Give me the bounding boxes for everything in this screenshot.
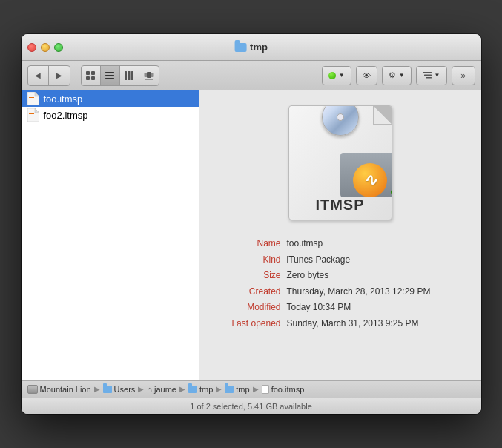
info-row-created: Created Thursday, March 28, 2013 12:29 P… [214, 284, 466, 300]
path-chevron-2: ▶ [138, 385, 144, 393]
back-button[interactable]: ◀ [28, 66, 49, 85]
info-row-last-opened: Last opened Sunday, March 31, 2013 9:25 … [214, 316, 466, 332]
path-label-tmp1: tmp [199, 385, 213, 394]
svg-rect-10 [147, 72, 151, 78]
view-coverflow-button[interactable] [139, 66, 159, 85]
info-row-modified: Modified Today 10:34 PM [214, 300, 466, 316]
svg-rect-1 [91, 71, 95, 75]
gear-arrow-icon: ▼ [399, 72, 405, 79]
svg-rect-15 [424, 74, 432, 76]
svg-marker-21 [35, 108, 39, 113]
path-item-tmp2[interactable]: tmp [225, 385, 249, 394]
hdd-icon [27, 385, 38, 394]
forward-button[interactable]: ▶ [49, 66, 70, 85]
double-chevron-icon: » [460, 70, 466, 81]
finder-window: tmp ◀ ▶ [22, 34, 481, 414]
file-doc-icon-2 [27, 108, 39, 122]
path-item-tmp1[interactable]: tmp [188, 385, 213, 394]
path-folder-icon-2 [188, 386, 197, 393]
info-row-size: Size Zero bytes [214, 268, 466, 284]
svg-rect-0 [86, 71, 90, 75]
svg-marker-18 [35, 92, 39, 96]
share-dot-icon [328, 72, 336, 79]
path-item-home[interactable]: ⌂ jaume [147, 385, 176, 394]
gear-button[interactable]: ⚙ ▼ [382, 66, 412, 85]
itunes-orange-icon: ∿ [353, 163, 387, 197]
file-name-2: foo2.itmsp [44, 110, 88, 121]
svg-rect-11 [144, 73, 147, 77]
info-modified-value: Today 10:34 PM [287, 300, 351, 316]
view-icon-button[interactable] [82, 66, 101, 85]
path-label-users: Users [114, 385, 136, 394]
minimize-button[interactable] [41, 43, 50, 52]
sort-icon [423, 71, 432, 80]
status-text: 1 of 2 selected, 5.41 GB available [190, 402, 312, 411]
info-name-value: foo.itmsp [287, 236, 323, 252]
itmsp-icon: ∿ ITMSP [281, 105, 400, 224]
view-column-button[interactable] [120, 66, 139, 85]
home-icon: ⌂ [147, 385, 152, 394]
green-dot-icon [391, 188, 392, 196]
itmsp-doc-label: ITMSP [315, 197, 364, 214]
path-item-users[interactable]: Users [103, 385, 136, 394]
file-item-1[interactable]: foo.itmsp [22, 90, 199, 107]
eye-button[interactable]: 👁 [356, 66, 377, 85]
path-label-mountain-lion: Mountain Lion [40, 385, 91, 394]
view-list-button[interactable] [101, 66, 120, 85]
content-area: foo.itmsp foo2.itmsp [22, 90, 481, 380]
path-chevron-3: ▶ [179, 385, 185, 393]
path-folder-icon-1 [103, 386, 112, 393]
maximize-button[interactable] [54, 43, 63, 52]
path-label-file: foo.itmsp [271, 385, 305, 394]
file-list[interactable]: foo.itmsp foo2.itmsp [22, 90, 199, 380]
path-chevron-5: ▶ [253, 385, 259, 393]
path-folder-icon-3 [225, 386, 234, 393]
close-button[interactable] [27, 43, 36, 52]
share-button[interactable]: ▼ [322, 66, 351, 85]
svg-rect-3 [91, 76, 95, 80]
path-chevron-1: ▶ [94, 385, 100, 393]
itmsp-doc-fold [374, 106, 392, 124]
svg-rect-4 [105, 72, 114, 73]
svg-rect-12 [151, 73, 153, 77]
svg-rect-9 [131, 71, 133, 80]
path-file-icon [262, 385, 269, 394]
view-buttons [81, 65, 159, 86]
info-row-kind: Kind iTunes Package [214, 252, 466, 269]
svg-marker-17 [27, 92, 39, 105]
file-name-1: foo.itmsp [44, 93, 83, 105]
title-folder-icon [234, 43, 246, 52]
path-chevron-4: ▶ [216, 385, 222, 393]
svg-rect-16 [426, 77, 432, 79]
svg-rect-7 [125, 71, 127, 80]
path-label-jaume: jaume [154, 385, 176, 394]
gear-icon: ⚙ [389, 70, 396, 80]
titlebar: tmp [22, 34, 481, 61]
itunes-wave-icon: ∿ [363, 171, 377, 190]
svg-marker-20 [27, 108, 39, 122]
path-item-hdd[interactable]: Mountain Lion [27, 385, 91, 394]
nav-buttons: ◀ ▶ [27, 65, 70, 86]
info-row-name: Name foo.itmsp [214, 236, 466, 252]
info-created-value: Thursday, March 28, 2013 12:29 PM [287, 284, 431, 300]
svg-rect-6 [105, 78, 114, 79]
path-bar: Mountain Lion ▶ Users ▶ ⌂ jaume ▶ tmp ▶ … [22, 380, 481, 398]
pkg-body-icon: ∿ [340, 153, 392, 197]
file-info-panel: Name foo.itmsp Kind iTunes Package Size … [199, 236, 481, 332]
svg-rect-14 [423, 72, 432, 73]
itmsp-doc-body: ∿ ITMSP [288, 105, 392, 220]
svg-rect-22 [29, 113, 34, 114]
path-label-tmp2: tmp [236, 385, 249, 394]
double-arrow-button[interactable]: » [452, 66, 475, 85]
traffic-lights [27, 43, 63, 52]
window-title: tmp [234, 42, 268, 53]
info-last-opened-value: Sunday, March 31, 2013 9:25 PM [287, 316, 419, 332]
info-kind-value: iTunes Package [287, 252, 351, 269]
file-item-2[interactable]: foo2.itmsp [22, 107, 199, 123]
bottom-status-bar: 1 of 2 selected, 5.41 GB available [22, 398, 481, 414]
path-item-file[interactable]: foo.itmsp [262, 385, 305, 394]
svg-rect-19 [29, 97, 34, 98]
sort-button[interactable]: ▼ [416, 66, 447, 85]
svg-rect-13 [145, 79, 153, 80]
eye-icon: 👁 [363, 71, 371, 80]
